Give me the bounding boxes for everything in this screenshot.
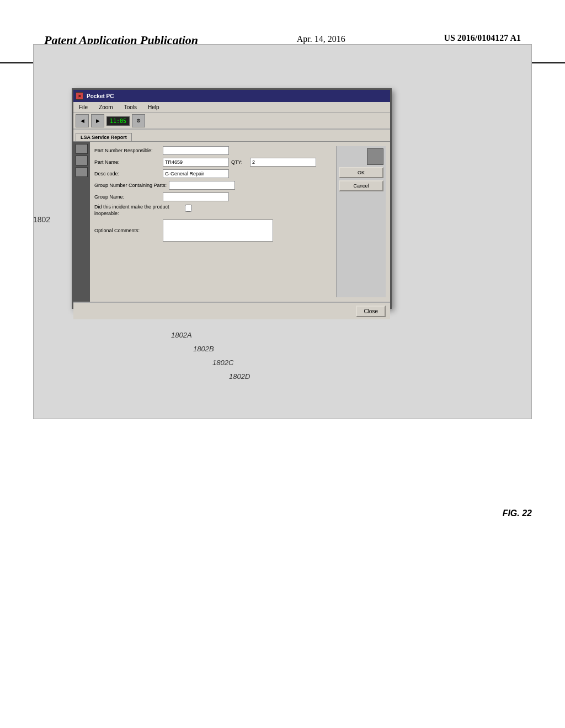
toolbar: ◀ ▶ 11:05 ⚙ bbox=[73, 113, 390, 130]
inner-content: Part Number Responsible: Part Name: QTY:… bbox=[73, 142, 390, 319]
split-pane: Part Number Responsible: Part Name: QTY:… bbox=[73, 142, 390, 302]
form-row-part-number-responsible: Part Number Responsible: bbox=[94, 146, 332, 155]
title-bar: ✕ Pocket PC bbox=[73, 90, 390, 102]
patent-number: US 2016/0104127 A1 bbox=[444, 33, 521, 43]
form-row-incident: Did this incident make the product inope… bbox=[94, 204, 332, 217]
toolbar-clock: 11:05 bbox=[106, 116, 130, 126]
input-group-number[interactable] bbox=[169, 181, 235, 190]
left-icon-2 bbox=[76, 156, 88, 165]
annotation-1802a: 1802A bbox=[171, 331, 192, 339]
form-left: Part Number Responsible: Part Name: QTY:… bbox=[94, 146, 332, 297]
input-part-number-responsible[interactable] bbox=[163, 146, 229, 155]
label-qty: QTY: bbox=[231, 159, 248, 165]
ok-button[interactable]: OK bbox=[339, 167, 383, 178]
label-group-name: Group Name: bbox=[94, 194, 161, 200]
input-desc-code[interactable] bbox=[163, 169, 229, 178]
input-qty[interactable] bbox=[250, 158, 316, 167]
label-desc-code: Desc code: bbox=[94, 171, 161, 176]
menu-tools[interactable]: Tools bbox=[122, 104, 139, 111]
application-window: ✕ Pocket PC File Zoom Tools Help ◀ ▶ 11:… bbox=[72, 88, 392, 309]
menu-file[interactable]: File bbox=[77, 104, 90, 111]
fig-label: FIG. 22 bbox=[503, 508, 532, 518]
toolbar-icon-1[interactable]: ◀ bbox=[76, 114, 89, 127]
label-group-number: Group Number Containing Parts: bbox=[94, 183, 167, 188]
menu-help[interactable]: Help bbox=[146, 104, 162, 111]
menu-bar: File Zoom Tools Help bbox=[73, 102, 390, 113]
header-date: Apr. 14, 2016 bbox=[297, 34, 345, 44]
annotation-1802c: 1802C bbox=[212, 358, 233, 367]
form-row-group-name: Group Name: bbox=[94, 192, 332, 201]
menu-zoom[interactable]: Zoom bbox=[97, 104, 115, 111]
form-row-desc-code: Desc code: bbox=[94, 169, 332, 178]
annotation-1802d: 1802D bbox=[229, 372, 250, 381]
form-row-part-name: Part Name: QTY: bbox=[94, 158, 332, 167]
window-title: Pocket PC bbox=[87, 93, 114, 99]
input-part-name[interactable] bbox=[163, 158, 229, 167]
label-part-number-responsible: Part Number Responsible: bbox=[94, 148, 161, 153]
label-part-name: Part Name: bbox=[94, 159, 161, 165]
toolbar-icon-2[interactable]: ▶ bbox=[91, 114, 104, 127]
checkbox-incident[interactable] bbox=[185, 205, 192, 212]
left-icon-1 bbox=[76, 144, 88, 154]
left-side-panel bbox=[73, 142, 90, 302]
label-comments: Optional Comments: bbox=[94, 228, 161, 233]
close-form-button[interactable]: Close bbox=[356, 306, 386, 317]
right-panel: OK Cancel bbox=[336, 146, 386, 297]
form-row-comments: Optional Comments: bbox=[94, 220, 332, 242]
grid-icon bbox=[367, 148, 383, 165]
textarea-comments[interactable] bbox=[163, 220, 273, 242]
annotation-1802: 1802 bbox=[33, 215, 50, 224]
form-area: Part Number Responsible: Part Name: QTY:… bbox=[90, 142, 390, 302]
title-bar-controls: ✕ bbox=[76, 92, 83, 100]
close-button[interactable]: ✕ bbox=[76, 92, 83, 100]
input-group-name[interactable] bbox=[163, 192, 229, 201]
left-icon-3 bbox=[76, 167, 88, 177]
tab-lsa-service-report[interactable]: LSA Service Report bbox=[76, 133, 132, 141]
label-incident: Did this incident make the product inope… bbox=[94, 204, 183, 217]
annotation-1802b: 1802B bbox=[193, 345, 214, 353]
cancel-button[interactable]: Cancel bbox=[339, 180, 383, 191]
toolbar-icon-3[interactable]: ⚙ bbox=[132, 114, 145, 127]
form-row-group-number: Group Number Containing Parts: bbox=[94, 181, 332, 190]
bottom-bar: Close bbox=[73, 302, 390, 319]
tab-bar: LSA Service Report bbox=[73, 130, 390, 142]
